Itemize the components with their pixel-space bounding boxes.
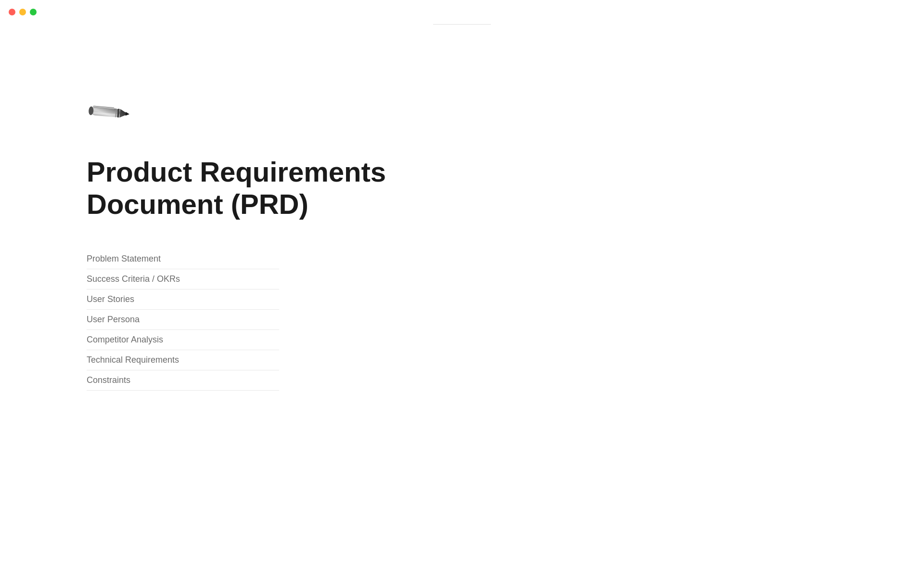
window-controls: [9, 9, 37, 15]
main-content: Product Requirements Document (PRD) Prob…: [0, 0, 924, 578]
toc-link-problem-statement[interactable]: Problem Statement: [87, 254, 161, 263]
toc-item: Competitor Analysis: [87, 330, 279, 350]
pen-emoji: [74, 73, 147, 145]
toc-link-constraints[interactable]: Constraints: [87, 375, 130, 385]
toc-item: Problem Statement: [87, 249, 279, 269]
toc-item: Technical Requirements: [87, 350, 279, 370]
svg-marker-3: [126, 112, 130, 116]
close-button[interactable]: [9, 9, 15, 15]
table-of-contents: Problem StatementSuccess Criteria / OKRs…: [87, 249, 837, 391]
toc-link-competitor-analysis[interactable]: Competitor Analysis: [87, 335, 163, 344]
page-title: Product Requirements Document (PRD): [87, 156, 520, 220]
toc-item: User Stories: [87, 289, 279, 310]
minimize-button[interactable]: [19, 9, 26, 15]
toc-item: Constraints: [87, 370, 279, 391]
toc-link-user-stories[interactable]: User Stories: [87, 294, 134, 304]
toc-link-user-persona[interactable]: User Persona: [87, 315, 140, 324]
toc-link-success-criteria[interactable]: Success Criteria / OKRs: [87, 274, 180, 284]
toc-link-technical-requirements[interactable]: Technical Requirements: [87, 355, 179, 365]
maximize-button[interactable]: [30, 9, 37, 15]
toc-item: Success Criteria / OKRs: [87, 269, 279, 289]
toc-item: User Persona: [87, 310, 279, 330]
page-icon: [87, 82, 837, 137]
